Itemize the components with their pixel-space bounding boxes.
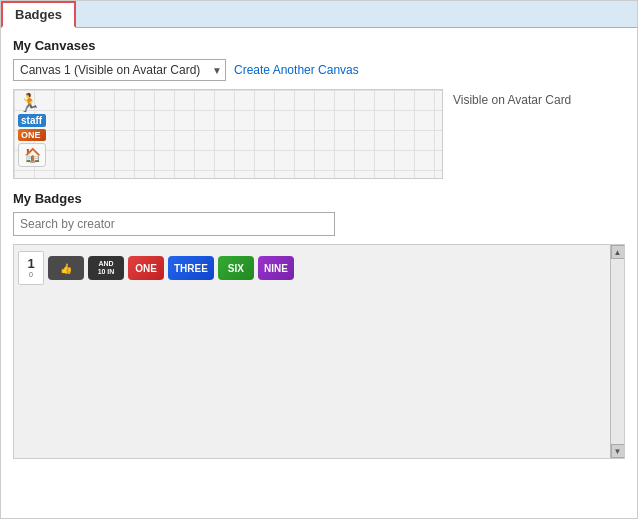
create-another-canvas-link[interactable]: Create Another Canvas: [234, 63, 359, 77]
and-10in-badge: AND10 IN: [88, 256, 124, 280]
imvu-home-badge: 🏠: [18, 143, 46, 167]
badges-tab[interactable]: Badges: [1, 1, 76, 28]
one-badge: ONE: [18, 129, 46, 141]
canvas-select-wrapper: Canvas 1 (Visible on Avatar Card) ▼: [13, 59, 226, 81]
canvas-area-wrapper: 🏃 staff ONE 🏠 Visible on Avatar Card: [13, 89, 625, 179]
one-pill-badge: ONE: [128, 256, 164, 280]
search-creator-input[interactable]: [13, 212, 335, 236]
six-pill-badge: SIX: [218, 256, 254, 280]
scroll-track: [611, 259, 624, 444]
badge-counter-sub: 0: [29, 271, 33, 279]
badge-counter: 1 0: [18, 251, 44, 285]
main-content: My Canvases Canvas 1 (Visible on Avatar …: [1, 28, 637, 518]
tab-bar: Badges: [1, 1, 637, 28]
staff-badge: staff: [18, 114, 46, 127]
nine-pill-badge: NINE: [258, 256, 294, 280]
my-badges-label: My Badges: [13, 191, 625, 206]
canvas-row: Canvas 1 (Visible on Avatar Card) ▼ Crea…: [13, 59, 625, 81]
scroll-up-button[interactable]: ▲: [611, 245, 625, 259]
my-canvases-label: My Canvases: [13, 38, 625, 53]
canvas-grid: 🏃 staff ONE 🏠: [13, 89, 443, 179]
badge-counter-number: 1: [27, 257, 34, 271]
scrollbar: ▲ ▼: [610, 245, 624, 458]
badges-list-inner: 1 0 👍 AND10 IN ONE THREE SIX NIN: [14, 245, 624, 291]
canvas-badges: 🏃 staff ONE 🏠: [18, 94, 46, 167]
canvas-visible-label: Visible on Avatar Card: [453, 89, 571, 107]
dark-thumb-badge: 👍: [48, 256, 84, 280]
three-pill-badge: THREE: [168, 256, 214, 280]
page-container: Badges My Canvases Canvas 1 (Visible on …: [0, 0, 638, 519]
scroll-down-button[interactable]: ▼: [611, 444, 625, 458]
stick-figure-badge: 🏃: [18, 94, 46, 112]
canvas-select[interactable]: Canvas 1 (Visible on Avatar Card): [13, 59, 226, 81]
badges-list-container: 1 0 👍 AND10 IN ONE THREE SIX NIN: [13, 244, 625, 459]
